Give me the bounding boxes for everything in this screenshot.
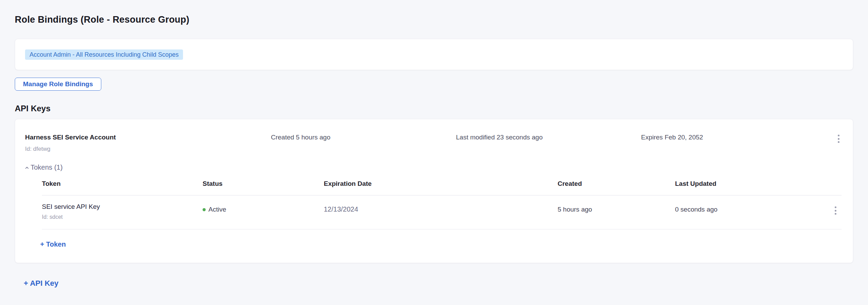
token-last-updated: 0 seconds ago [675,206,829,213]
api-key-expires: Expires Feb 20, 2052 [641,134,830,141]
api-key-header: Harness SEI Service Account Id: dfetwg C… [15,119,853,152]
main-content: Role Bindings (Role - Resource Group) Ac… [0,0,868,288]
tokens-toggle-label: Tokens (1) [31,163,62,171]
add-token-button[interactable]: + Token [40,240,66,248]
page-title: Role Bindings (Role - Resource Group) [15,14,853,25]
api-key-name: Harness SEI Service Account [25,134,271,141]
api-key-id: Id: dfetwg [25,146,271,152]
tokens-toggle[interactable]: Tokens (1) [24,163,62,171]
token-cell: SEI service API Key Id: sdcet [42,203,203,220]
api-key-created: Created 5 hours ago [271,134,456,141]
kebab-menu-icon[interactable] [830,134,847,143]
token-status: Active [203,206,324,213]
kebab-menu-icon[interactable] [829,203,842,215]
api-keys-heading: API Keys [15,104,853,113]
api-key-identity: Harness SEI Service Account Id: dfetwg [25,134,271,152]
column-header-created: Created [558,180,675,188]
token-expiration-date: 12/13/2024 [324,205,558,213]
token-name: SEI service API Key [42,203,203,210]
api-key-last-modified: Last modified 23 seconds ago [456,134,641,141]
token-id: Id: sdcet [42,214,203,220]
column-header-token: Token [42,180,203,188]
status-dot-icon [203,208,206,211]
api-key-card: Harness SEI Service Account Id: dfetwg C… [15,119,853,263]
column-header-expiration-date: Expiration Date [324,180,558,188]
column-header-last-updated: Last Updated [675,180,829,188]
manage-role-bindings-button[interactable]: Manage Role Bindings [15,78,101,91]
token-table-row: SEI service API Key Id: sdcet Active 12/… [42,195,842,229]
column-header-status: Status [203,180,324,188]
tokens-table: Token Status Expiration Date Created Las… [42,176,842,229]
token-created: 5 hours ago [558,206,675,213]
role-bindings-card: Account Admin - All Resources Including … [15,39,853,70]
role-binding-badge: Account Admin - All Resources Including … [25,49,183,60]
chevron-up-icon [24,165,30,170]
status-label: Active [208,206,226,213]
add-api-key-button[interactable]: + API Key [24,279,58,288]
tokens-table-header: Token Status Expiration Date Created Las… [42,176,842,195]
